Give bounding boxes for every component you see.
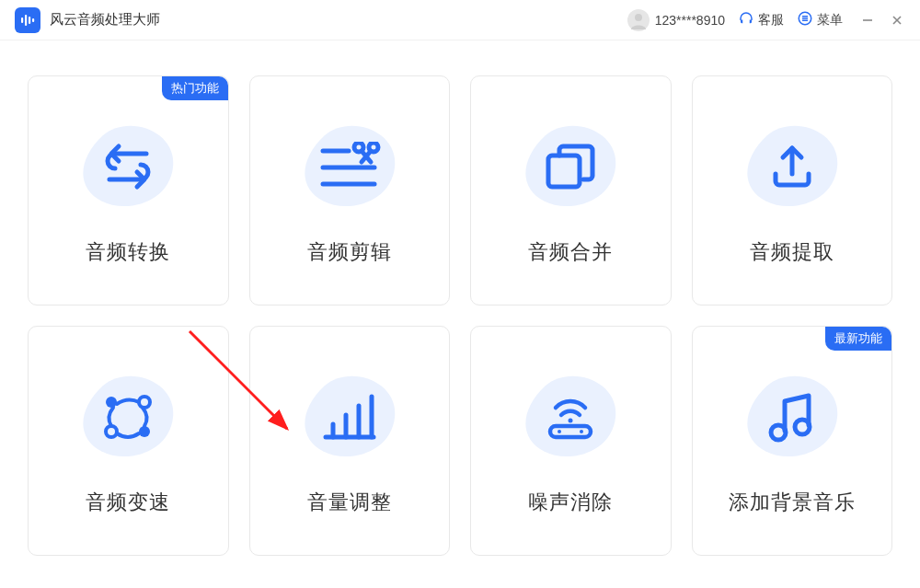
music-note-icon: [766, 390, 818, 444]
feature-grid: 热门功能 音频转换: [0, 40, 920, 583]
card-label: 音量调整: [307, 489, 392, 516]
user-id[interactable]: 123****8910: [655, 13, 725, 28]
app-logo: [15, 7, 40, 33]
header-right: 123****8910 客服 菜单: [627, 9, 905, 31]
svg-point-4: [635, 14, 642, 21]
menu-link[interactable]: 菜单: [797, 10, 843, 29]
badge-new: 最新功能: [825, 327, 891, 351]
svg-point-21: [106, 397, 117, 408]
card-audio-cut[interactable]: 音频剪辑: [249, 75, 451, 306]
card-audio-speed[interactable]: 音频变速: [28, 326, 229, 556]
card-audio-extract[interactable]: 音频提取: [692, 75, 893, 306]
svg-point-33: [580, 430, 583, 433]
card-label: 噪声消除: [528, 489, 613, 516]
card-noise-remove[interactable]: 噪声消除: [470, 326, 672, 556]
svg-rect-3: [32, 18, 34, 22]
card-label: 添加背景音乐: [729, 489, 856, 516]
svg-point-35: [795, 420, 810, 434]
app-title: 风云音频处理大师: [50, 11, 160, 29]
support-label: 客服: [758, 12, 784, 29]
card-label: 音频转换: [86, 238, 170, 266]
card-add-bg-music[interactable]: 最新功能 添加背景音乐: [692, 326, 893, 556]
headset-icon: [738, 10, 754, 29]
scissors-icon: [317, 142, 382, 191]
user-avatar[interactable]: [627, 9, 650, 31]
svg-rect-2: [29, 17, 30, 24]
svg-point-34: [771, 425, 786, 440]
card-volume-adjust[interactable]: 音量调整: [249, 326, 451, 556]
card-audio-convert[interactable]: 热门功能 音频转换: [28, 75, 229, 306]
close-button[interactable]: [889, 12, 905, 29]
convert-icon: [98, 141, 157, 192]
card-label: 音频变速: [86, 489, 170, 516]
speed-icon: [98, 389, 157, 444]
card-label: 音频剪辑: [307, 238, 392, 266]
merge-icon: [543, 141, 598, 192]
minimize-button[interactable]: [859, 12, 876, 29]
card-audio-merge[interactable]: 音频合并: [470, 75, 672, 306]
support-link[interactable]: 客服: [738, 10, 784, 29]
svg-point-32: [558, 430, 561, 433]
svg-rect-31: [550, 426, 591, 437]
svg-rect-0: [21, 17, 23, 23]
svg-rect-1: [25, 15, 27, 26]
badge-hot: 热门功能: [162, 76, 228, 100]
svg-point-30: [569, 419, 573, 423]
menu-list-icon: [797, 10, 813, 29]
card-label: 音频提取: [750, 238, 834, 266]
menu-label: 菜单: [817, 12, 843, 29]
card-label: 音频合并: [528, 238, 613, 266]
volume-bars-icon: [320, 391, 379, 443]
svg-rect-19: [548, 156, 580, 187]
title-bar: 风云音频处理大师 123****8910 客服: [0, 0, 920, 40]
router-wave-icon: [543, 391, 598, 443]
upload-icon: [766, 141, 818, 192]
